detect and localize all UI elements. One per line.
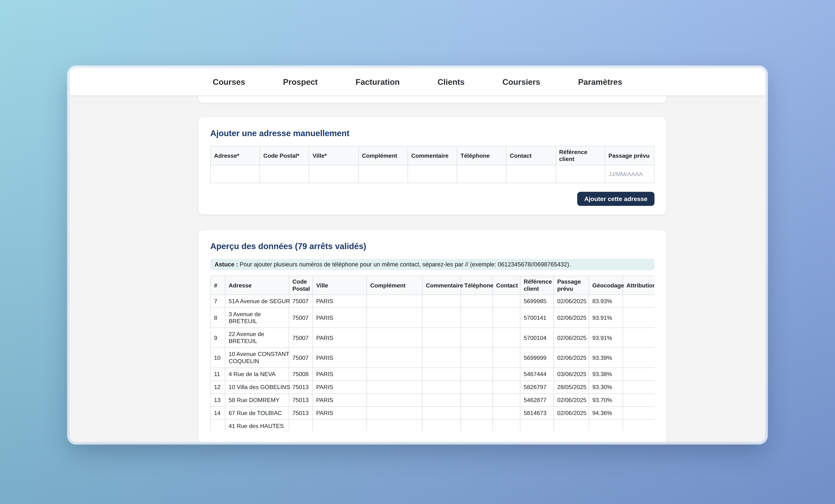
cell: 5700104 xyxy=(520,328,554,348)
cell xyxy=(554,420,589,431)
column-header-passage-prevu: Passage prévu xyxy=(554,276,589,295)
cell xyxy=(312,420,367,431)
column-header-code-postal: Code Postal* xyxy=(260,146,309,165)
cell: 02/06/2025 xyxy=(554,328,589,348)
cell xyxy=(423,328,461,348)
column-header-adresse: Adresse* xyxy=(210,146,260,165)
cell: 02/06/2025 xyxy=(554,308,589,328)
tip-text: Pour ajouter plusieurs numéros de téléph… xyxy=(240,261,571,267)
nav-item-prospect[interactable]: Prospect xyxy=(283,77,318,86)
input-cell xyxy=(359,165,408,183)
nav-item-coursiers[interactable]: Coursiers xyxy=(502,77,540,86)
new-address-contact-input[interactable] xyxy=(510,170,552,177)
add-this-address-button[interactable]: Ajouter cette adresse xyxy=(577,192,655,206)
cell: 3 Avenue de BRETEUIL xyxy=(225,308,289,328)
add-address-title: Ajouter une adresse manuellement xyxy=(210,129,654,138)
cell: 13 xyxy=(210,394,225,406)
column-header-commentaire: Commentaire xyxy=(423,276,461,295)
new-address-commentaire-input[interactable] xyxy=(411,170,453,177)
cell xyxy=(423,348,461,368)
input-cell xyxy=(309,165,359,183)
nav-item-clients[interactable]: Clients xyxy=(437,77,465,86)
cell xyxy=(589,420,623,431)
input-cell xyxy=(556,165,605,183)
add-address-card: Ajouter une adresse manuellement Adresse… xyxy=(198,117,666,214)
column-header-passage-prevu: Passage prévu xyxy=(605,146,654,165)
cell xyxy=(367,368,423,381)
cell xyxy=(623,328,655,348)
preview-table-body: 751A Avenue de SEGUR75007PARIS569998502/… xyxy=(210,295,655,431)
cell: 22 Avenue de BRETEUIL xyxy=(225,328,289,348)
cell: 5699985 xyxy=(520,295,554,308)
column-header-contact: Contact xyxy=(493,276,520,295)
input-cell xyxy=(506,165,556,183)
cell: PARIS xyxy=(312,328,367,348)
table-row: 83 Avenue de BRETEUIL75007PARIS570014102… xyxy=(210,308,655,328)
cell xyxy=(461,368,493,381)
cell: PARIS xyxy=(312,308,367,328)
cell: PARIS xyxy=(312,394,367,406)
new-address-code-postal-input[interactable] xyxy=(263,170,306,177)
cell xyxy=(623,381,655,394)
cell xyxy=(623,394,655,406)
desktop-background: Courses Prospect Facturation Clients Cou… xyxy=(0,0,835,504)
cell: 02/06/2025 xyxy=(554,406,589,420)
cell: 75007 xyxy=(289,348,312,368)
column-header-geocodage: Géocodage xyxy=(589,276,623,295)
tip-label: Astuce : xyxy=(215,261,238,267)
table-row: 1010 Avenue CONSTANT COQUELIN75007PARIS5… xyxy=(210,348,655,368)
nav-item-parametres[interactable]: Paramètres xyxy=(578,77,622,86)
cell: 93.91% xyxy=(589,308,623,328)
cell xyxy=(461,420,493,431)
cell xyxy=(423,406,461,420)
column-header-contact: Contact xyxy=(506,146,556,165)
cell xyxy=(623,368,655,381)
column-header-attribution: Attribution xyxy=(623,276,655,295)
cell: 75013 xyxy=(289,394,312,406)
cell: 8 xyxy=(210,308,225,328)
cell xyxy=(461,348,493,368)
top-navigation: Courses Prospect Facturation Clients Cou… xyxy=(70,68,765,96)
cell xyxy=(461,381,493,394)
cell xyxy=(623,295,655,308)
column-header-complement: Complément xyxy=(359,146,408,165)
cell xyxy=(367,420,423,431)
cell xyxy=(493,348,520,368)
cell xyxy=(289,420,312,431)
table-row: 1210 Villa des GOBELINS75013PARIS5826797… xyxy=(210,381,655,394)
cell: PARIS xyxy=(312,368,367,381)
cell: 5700141 xyxy=(520,308,554,328)
nav-item-facturation[interactable]: Facturation xyxy=(355,77,400,86)
new-address-ville-input[interactable] xyxy=(312,170,355,177)
cell xyxy=(461,406,493,420)
cell: 93.39% xyxy=(589,348,623,368)
cell: 5814673 xyxy=(520,406,554,420)
new-address-complement-input[interactable] xyxy=(362,170,404,177)
add-address-form-table: Adresse* Code Postal* Ville* Complément … xyxy=(210,146,654,183)
cell: 67 Rue de TOLBIAC xyxy=(225,406,289,420)
nav-item-courses[interactable]: Courses xyxy=(213,77,245,86)
cell xyxy=(367,295,423,308)
cell xyxy=(623,406,655,420)
cell: 5699999 xyxy=(520,348,554,368)
cell xyxy=(367,308,423,328)
column-header-reference-client: Référence client xyxy=(520,276,554,295)
cell xyxy=(493,328,520,348)
new-address-telephone-input[interactable] xyxy=(461,170,503,177)
preview-table: # Adresse Code Postal Ville Complément C… xyxy=(210,276,654,431)
cell: 93.38% xyxy=(589,368,623,381)
new-address-reference-client-input[interactable] xyxy=(559,170,602,177)
cell: 10 xyxy=(210,348,225,368)
cell: 11 xyxy=(210,368,225,381)
input-cell xyxy=(260,165,309,183)
cell xyxy=(623,348,655,368)
new-address-adresse-input[interactable] xyxy=(214,170,256,177)
cell: 02/06/2025 xyxy=(554,348,589,368)
cell xyxy=(493,308,520,328)
new-address-passage-prevu-date-input[interactable] xyxy=(608,170,651,177)
cell: 93.91% xyxy=(589,328,623,348)
app-window: Courses Prospect Facturation Clients Cou… xyxy=(70,68,765,442)
cell: 75013 xyxy=(289,381,312,394)
column-header-ville: Ville* xyxy=(309,146,359,165)
column-header-telephone: Téléphone xyxy=(461,276,493,295)
